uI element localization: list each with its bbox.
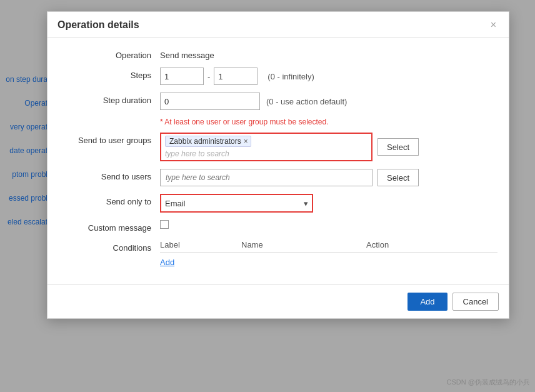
validation-message: * At least one user or user group must b… xyxy=(160,118,496,126)
conditions-col-action: Action xyxy=(366,240,498,249)
tag-zabbix-administrators: Zabbix administrators × xyxy=(165,136,251,147)
steps-row: Steps - (0 - infinitely) xyxy=(60,68,496,85)
send-only-label: Send only to xyxy=(60,194,160,206)
operation-value: Send message xyxy=(160,48,496,60)
operation-text: Send message xyxy=(160,48,214,60)
dialog-title: Operation details xyxy=(58,19,139,31)
steps-hint: (0 - infinitely) xyxy=(268,72,314,81)
send-to-users-label: Send to users xyxy=(60,169,160,181)
conditions-row: Conditions Label Name Action Add xyxy=(60,240,496,267)
step-duration-hint: (0 - use action default) xyxy=(266,97,347,106)
step-duration-input[interactable] xyxy=(160,93,260,110)
send-to-groups-value: Zabbix administrators × type here to sea… xyxy=(160,133,496,161)
groups-search-placeholder: type here to search xyxy=(165,149,368,158)
custom-message-value xyxy=(160,220,496,229)
tag-remove-button[interactable]: × xyxy=(244,138,248,145)
custom-message-label: Custom message xyxy=(60,220,160,233)
step-duration-label: Step duration xyxy=(60,93,160,105)
steps-to-input[interactable] xyxy=(214,68,258,85)
send-to-users-value: Select xyxy=(160,169,496,186)
user-groups-field[interactable]: Zabbix administrators × type here to sea… xyxy=(160,133,372,161)
send-only-wrapper: Email SMS Jabber xyxy=(160,194,313,213)
close-button[interactable]: × xyxy=(488,20,499,30)
step-duration-value: (0 - use action default) xyxy=(160,93,496,110)
steps-container: - (0 - infinitely) xyxy=(160,68,314,85)
step-duration-row: Step duration (0 - use action default) xyxy=(60,93,496,110)
conditions-header: Label Name Action xyxy=(160,240,498,253)
send-to-users-row: Send to users Select xyxy=(60,169,496,186)
conditions-table: Label Name Action Add xyxy=(160,240,498,267)
conditions-add-link[interactable]: Add xyxy=(160,258,174,267)
add-button[interactable]: Add xyxy=(408,293,447,311)
send-only-to-row: Send only to Email SMS Jabber xyxy=(60,194,496,213)
send-to-groups-label: Send to user groups xyxy=(60,133,160,145)
tag-label: Zabbix administrators xyxy=(169,137,241,146)
validation-text: * At least one user or user group must b… xyxy=(160,118,328,126)
custom-message-checkbox[interactable] xyxy=(160,220,169,229)
conditions-label: Conditions xyxy=(60,240,160,253)
operation-row: Operation Send message xyxy=(60,48,496,60)
send-only-select[interactable]: Email SMS Jabber xyxy=(160,194,313,213)
dialog-body: Operation Send message Steps - (0 - infi… xyxy=(48,38,509,284)
custom-message-row: Custom message xyxy=(60,220,496,233)
select-users-button[interactable]: Select xyxy=(378,169,419,186)
steps-separator: - xyxy=(208,72,210,81)
dialog-header: Operation details × xyxy=(48,12,509,38)
cancel-button[interactable]: Cancel xyxy=(452,293,499,311)
watermark: CSDN @伪装成绒鸟的小兵 xyxy=(447,378,530,387)
conditions-col-name: Name xyxy=(241,240,366,249)
select-groups-button[interactable]: Select xyxy=(378,138,419,156)
conditions-value: Label Name Action Add xyxy=(160,240,498,267)
conditions-col-label: Label xyxy=(160,240,241,249)
operation-label: Operation xyxy=(60,48,160,60)
send-only-value: Email SMS Jabber xyxy=(160,194,496,213)
dialog-footer: Add Cancel xyxy=(48,284,509,318)
steps-value: - (0 - infinitely) xyxy=(160,68,496,85)
steps-label: Steps xyxy=(60,68,160,80)
send-to-groups-row: Send to user groups Zabbix administrator… xyxy=(60,133,496,161)
steps-from-input[interactable] xyxy=(160,68,204,85)
users-search-input[interactable] xyxy=(160,169,372,186)
operation-details-dialog: Operation details × Operation Send messa… xyxy=(47,11,509,319)
